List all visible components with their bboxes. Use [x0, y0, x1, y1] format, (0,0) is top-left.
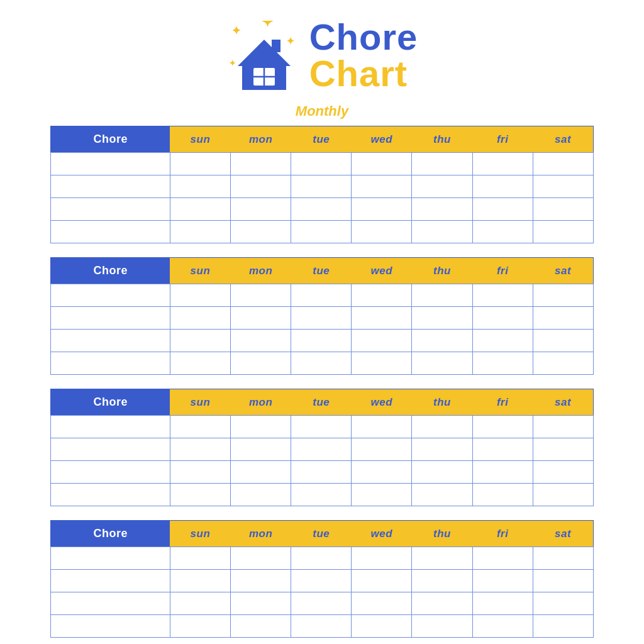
day-cell[interactable]: [412, 198, 472, 221]
day-cell[interactable]: [291, 175, 352, 198]
day-cell[interactable]: [412, 284, 472, 307]
day-cell[interactable]: [170, 615, 230, 638]
chore-cell[interactable]: [51, 570, 170, 592]
day-cell[interactable]: [533, 352, 593, 375]
day-cell[interactable]: [170, 570, 230, 592]
day-cell[interactable]: [412, 461, 472, 484]
day-cell[interactable]: [291, 461, 352, 484]
day-cell[interactable]: [291, 221, 352, 243]
day-cell[interactable]: [472, 615, 533, 638]
chore-cell[interactable]: [51, 484, 170, 506]
day-cell[interactable]: [352, 615, 412, 638]
chore-cell[interactable]: [51, 153, 170, 175]
day-cell[interactable]: [231, 352, 291, 375]
chore-cell[interactable]: [51, 198, 170, 221]
day-cell[interactable]: [352, 592, 412, 615]
day-cell[interactable]: [170, 307, 230, 330]
day-cell[interactable]: [412, 352, 472, 375]
day-cell[interactable]: [533, 547, 593, 570]
day-cell[interactable]: [170, 547, 230, 570]
day-cell[interactable]: [412, 153, 472, 175]
day-cell[interactable]: [231, 484, 291, 506]
chore-cell[interactable]: [51, 615, 170, 638]
day-cell[interactable]: [291, 484, 352, 506]
day-cell[interactable]: [291, 416, 352, 438]
chore-cell[interactable]: [51, 175, 170, 198]
day-cell[interactable]: [533, 153, 593, 175]
day-cell[interactable]: [231, 438, 291, 461]
day-cell[interactable]: [352, 416, 412, 438]
day-cell[interactable]: [412, 592, 472, 615]
day-cell[interactable]: [472, 284, 533, 307]
day-cell[interactable]: [533, 461, 593, 484]
day-cell[interactable]: [352, 330, 412, 352]
day-cell[interactable]: [472, 547, 533, 570]
day-cell[interactable]: [412, 615, 472, 638]
day-cell[interactable]: [412, 484, 472, 506]
day-cell[interactable]: [472, 438, 533, 461]
day-cell[interactable]: [231, 570, 291, 592]
day-cell[interactable]: [352, 438, 412, 461]
day-cell[interactable]: [352, 461, 412, 484]
day-cell[interactable]: [231, 416, 291, 438]
day-cell[interactable]: [352, 570, 412, 592]
day-cell[interactable]: [352, 175, 412, 198]
day-cell[interactable]: [472, 175, 533, 198]
day-cell[interactable]: [533, 175, 593, 198]
day-cell[interactable]: [170, 438, 230, 461]
day-cell[interactable]: [412, 175, 472, 198]
day-cell[interactable]: [231, 198, 291, 221]
day-cell[interactable]: [291, 547, 352, 570]
day-cell[interactable]: [352, 284, 412, 307]
day-cell[interactable]: [533, 570, 593, 592]
day-cell[interactable]: [472, 307, 533, 330]
day-cell[interactable]: [412, 416, 472, 438]
day-cell[interactable]: [291, 284, 352, 307]
day-cell[interactable]: [472, 153, 533, 175]
day-cell[interactable]: [533, 330, 593, 352]
day-cell[interactable]: [291, 592, 352, 615]
day-cell[interactable]: [472, 592, 533, 615]
day-cell[interactable]: [170, 484, 230, 506]
day-cell[interactable]: [291, 153, 352, 175]
day-cell[interactable]: [352, 547, 412, 570]
day-cell[interactable]: [352, 198, 412, 221]
day-cell[interactable]: [231, 221, 291, 243]
day-cell[interactable]: [231, 330, 291, 352]
day-cell[interactable]: [412, 330, 472, 352]
day-cell[interactable]: [472, 416, 533, 438]
day-cell[interactable]: [291, 307, 352, 330]
day-cell[interactable]: [170, 592, 230, 615]
day-cell[interactable]: [170, 352, 230, 375]
day-cell[interactable]: [231, 615, 291, 638]
day-cell[interactable]: [533, 438, 593, 461]
day-cell[interactable]: [412, 307, 472, 330]
day-cell[interactable]: [533, 307, 593, 330]
chore-cell[interactable]: [51, 416, 170, 438]
day-cell[interactable]: [352, 484, 412, 506]
day-cell[interactable]: [291, 330, 352, 352]
day-cell[interactable]: [472, 198, 533, 221]
day-cell[interactable]: [412, 221, 472, 243]
day-cell[interactable]: [170, 461, 230, 484]
day-cell[interactable]: [352, 307, 412, 330]
day-cell[interactable]: [533, 615, 593, 638]
chore-cell[interactable]: [51, 352, 170, 375]
day-cell[interactable]: [352, 221, 412, 243]
day-cell[interactable]: [291, 352, 352, 375]
chore-cell[interactable]: [51, 547, 170, 570]
day-cell[interactable]: [170, 153, 230, 175]
day-cell[interactable]: [170, 416, 230, 438]
chore-cell[interactable]: [51, 461, 170, 484]
day-cell[interactable]: [291, 615, 352, 638]
day-cell[interactable]: [231, 307, 291, 330]
day-cell[interactable]: [472, 461, 533, 484]
day-cell[interactable]: [231, 592, 291, 615]
day-cell[interactable]: [533, 592, 593, 615]
day-cell[interactable]: [472, 570, 533, 592]
day-cell[interactable]: [291, 570, 352, 592]
chore-cell[interactable]: [51, 330, 170, 352]
day-cell[interactable]: [533, 284, 593, 307]
day-cell[interactable]: [170, 330, 230, 352]
day-cell[interactable]: [412, 547, 472, 570]
